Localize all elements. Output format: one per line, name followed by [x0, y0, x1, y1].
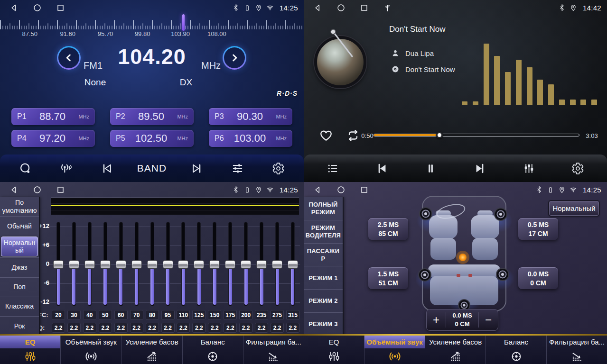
playlist-button[interactable] [322, 157, 344, 179]
eq-tab-0[interactable]: EQ [0, 336, 61, 364]
eq-tab-4[interactable]: Фильтрация ба... [243, 336, 304, 364]
settings-button[interactable] [567, 157, 588, 179]
progress-bar[interactable] [374, 134, 579, 136]
eq-band-slider-15[interactable] [288, 222, 298, 306]
delay-rear-right[interactable]: 0.0 MS 0 CM [518, 267, 558, 289]
home-button[interactable] [336, 184, 346, 195]
eq-preset-item-5[interactable]: Классика [0, 297, 39, 316]
slider-handle[interactable] [84, 260, 95, 269]
back-button[interactable] [9, 184, 19, 195]
eq-preset-item-1[interactable]: Обычай [0, 216, 39, 236]
surround-tab-0[interactable]: EQ [304, 336, 364, 364]
eq-band-slider-9[interactable] [194, 222, 204, 306]
surround-tab-1[interactable]: Объёмный звук [364, 336, 425, 364]
slider-handle[interactable] [209, 260, 220, 269]
pause-button[interactable] [420, 157, 442, 179]
preset-button-P2[interactable]: P289.50MHz [110, 108, 194, 125]
fc-value-1[interactable]: 30 [67, 310, 81, 320]
recents-button[interactable] [359, 184, 369, 195]
settings-button[interactable] [268, 157, 289, 179]
preset-button-P5[interactable]: P5102.50MHz [110, 130, 194, 147]
q-value-13[interactable]: 2.2 [255, 323, 268, 333]
preset-button-P3[interactable]: P390.30MHz [209, 108, 292, 125]
recents-button[interactable] [55, 2, 65, 13]
q-value-15[interactable]: 2.2 [286, 323, 299, 333]
frequency-ruler[interactable] [0, 16, 304, 29]
eq-band-slider-5[interactable] [131, 222, 142, 306]
decrease-delay-button[interactable]: − [479, 309, 498, 330]
eq-band-slider-14[interactable] [272, 222, 282, 306]
q-value-9[interactable]: 2.2 [192, 323, 205, 333]
next-station-button[interactable] [186, 157, 207, 179]
fc-value-14[interactable]: 275 [271, 310, 284, 320]
fc-value-2[interactable]: 40 [83, 310, 96, 320]
eq-band-slider-8[interactable] [178, 222, 188, 306]
dsp-button[interactable] [55, 157, 77, 179]
equalizer-button[interactable] [518, 157, 540, 179]
home-button[interactable] [32, 2, 42, 13]
q-value-7[interactable]: 2.2 [161, 323, 175, 333]
mode-item-0[interactable]: ПОЛНЫЙ РЕЖИМ [304, 197, 343, 220]
eq-band-slider-1[interactable] [69, 222, 79, 306]
mode-item-4[interactable]: РЕЖИМ 2 [304, 289, 343, 312]
eq-band-slider-2[interactable] [84, 222, 95, 306]
audio-settings-button[interactable] [227, 157, 249, 179]
tune-down-button[interactable] [57, 46, 81, 70]
fc-value-9[interactable]: 125 [192, 310, 205, 320]
scan-button[interactable] [14, 157, 36, 179]
preset-button-P6[interactable]: P6103.00MHz [209, 130, 292, 147]
slider-handle[interactable] [194, 260, 204, 269]
delay-front-right[interactable]: 0.5 MS 17 CM [518, 218, 558, 240]
fc-value-15[interactable]: 315 [286, 310, 299, 320]
eq-tab-2[interactable]: Усиление басов [121, 336, 182, 364]
fc-value-4[interactable]: 60 [114, 310, 128, 320]
home-button[interactable] [336, 2, 346, 13]
fc-value-8[interactable]: 110 [177, 310, 190, 320]
surround-tab-3[interactable]: Баланс [486, 336, 547, 364]
q-value-8[interactable]: 2.2 [177, 323, 190, 333]
slider-handle[interactable] [100, 260, 111, 269]
increase-delay-button[interactable]: + [427, 309, 446, 330]
eq-band-slider-0[interactable] [53, 222, 64, 306]
eq-preset-item-3[interactable]: Джаз [0, 257, 39, 277]
eq-band-slider-3[interactable] [100, 222, 111, 306]
progress-thumb[interactable] [436, 132, 443, 138]
eq-band-slider-13[interactable] [256, 222, 267, 306]
previous-track-button[interactable] [371, 157, 393, 179]
slider-handle[interactable] [178, 260, 188, 269]
eq-band-slider-10[interactable] [209, 222, 220, 306]
slider-handle[interactable] [288, 260, 298, 269]
q-value-5[interactable]: 2.2 [130, 323, 143, 333]
tune-up-button[interactable] [223, 46, 246, 70]
slider-handle[interactable] [53, 260, 64, 269]
fc-value-11[interactable]: 175 [224, 310, 237, 320]
back-button[interactable] [9, 2, 19, 13]
previous-station-button[interactable] [96, 157, 118, 179]
eq-preset-item-6[interactable]: Рок [0, 316, 39, 336]
eq-band-slider-4[interactable] [116, 222, 126, 306]
slider-handle[interactable] [256, 260, 267, 269]
favorite-button[interactable] [319, 128, 333, 143]
surround-tab-4[interactable]: Фильтрация ба... [547, 336, 607, 364]
q-value-1[interactable]: 2.2 [67, 323, 81, 333]
recents-button[interactable] [359, 2, 369, 13]
eq-band-slider-11[interactable] [225, 222, 235, 306]
q-value-12[interactable]: 2.2 [239, 323, 252, 333]
q-value-3[interactable]: 2.2 [99, 323, 112, 333]
slider-handle[interactable] [241, 260, 251, 269]
slider-handle[interactable] [163, 260, 173, 269]
delay-rear-left[interactable]: 1.5 MS 51 CM [368, 267, 408, 289]
preset-button-P4[interactable]: P497.20MHz [11, 130, 95, 147]
fc-value-6[interactable]: 80 [146, 310, 159, 320]
eq-preset-item-4[interactable]: Поп [0, 277, 39, 297]
back-button[interactable] [312, 2, 323, 13]
eq-preset-item-0[interactable]: По умолчанию [0, 197, 39, 216]
eq-band-slider-7[interactable] [163, 222, 173, 306]
frequency-pointer[interactable] [182, 14, 185, 31]
fc-value-5[interactable]: 70 [130, 310, 143, 320]
q-value-6[interactable]: 2.2 [146, 323, 159, 333]
slider-handle[interactable] [225, 260, 235, 269]
surround-tab-2[interactable]: Усиление басов [425, 336, 486, 364]
slider-handle[interactable] [131, 260, 142, 269]
q-value-14[interactable]: 2.2 [271, 323, 284, 333]
